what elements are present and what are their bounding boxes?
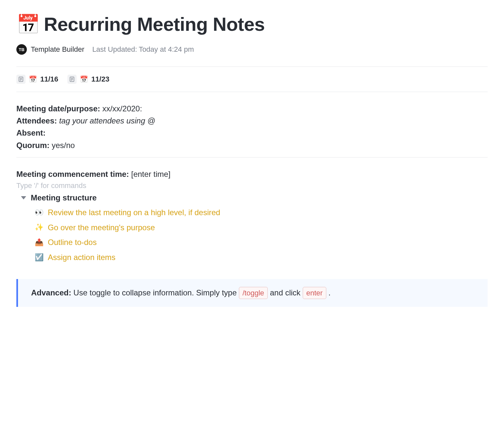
page-title[interactable]: Recurring Meeting Notes [44, 13, 265, 35]
subpage-link[interactable]: 📅 11/23 [67, 75, 109, 84]
sparkles-icon: ✨ [35, 220, 43, 234]
structure-list: 👀 Review the last meeting on a high leve… [35, 205, 488, 265]
last-updated-value: Today at 4:24 pm [139, 45, 194, 53]
quorum-label: Quorum: [16, 141, 49, 150]
author-name[interactable]: Template Builder [31, 45, 84, 54]
commencement-label: Meeting commencement time: [16, 170, 129, 178]
meta-row: TB Template Builder Last Updated: Today … [16, 44, 488, 55]
quorum-value[interactable]: yes/no [52, 141, 75, 150]
toggle-meeting-structure[interactable]: Meeting structure [16, 193, 488, 202]
commencement-section: Meeting commencement time: [enter time] … [16, 158, 488, 307]
last-updated: Last Updated: Today at 4:24 pm [92, 45, 194, 54]
checkbox-icon: ☑️ [35, 251, 43, 264]
structure-link[interactable]: Assign action items [48, 250, 116, 265]
page-icon [16, 75, 26, 84]
absent-label: Absent: [16, 128, 45, 137]
quorum-line[interactable]: Quorum: yes/no [16, 139, 488, 151]
list-item[interactable]: ✨ Go over the meeting's purpose [35, 220, 488, 235]
toggle-title: Meeting structure [31, 193, 97, 202]
kbd-enter: enter [303, 287, 326, 299]
callout-text: Use toggle to collapse information. Simp… [71, 288, 239, 297]
attendees-label: Attendees: [16, 116, 57, 125]
callout-label: Advanced: [31, 288, 71, 297]
subpage-label: 11/16 [40, 75, 58, 84]
attendees-hint[interactable]: tag your attendees using @ [59, 116, 155, 125]
kbd-toggle: /toggle [239, 287, 268, 299]
page-title-row: 📅 Recurring Meeting Notes [16, 13, 488, 35]
subpage-links: 📅 11/16 📅 11/23 [16, 67, 488, 92]
meeting-date-label: Meeting date/purpose: [16, 104, 100, 113]
subpage-link[interactable]: 📅 11/16 [16, 75, 58, 84]
last-updated-label: Last Updated: [92, 45, 137, 53]
commencement-value[interactable]: [enter time] [131, 170, 171, 178]
callout-advanced: Advanced: Use toggle to collapse informa… [16, 279, 488, 307]
list-item[interactable]: ☑️ Assign action items [35, 250, 488, 265]
calendar-icon: 📅 [29, 75, 37, 83]
callout-text: . [326, 288, 331, 297]
structure-link[interactable]: Go over the meeting's purpose [48, 220, 155, 235]
attendees-line[interactable]: Attendees: tag your attendees using @ [16, 115, 488, 127]
outbox-icon: 📤 [35, 235, 43, 249]
page-icon [67, 75, 77, 84]
calendar-icon: 📅 [16, 15, 40, 34]
commencement-line[interactable]: Meeting commencement time: [enter time] [16, 168, 488, 180]
callout-text: and click [268, 288, 303, 297]
absent-line[interactable]: Absent: [16, 127, 488, 139]
eyes-icon: 👀 [35, 206, 43, 219]
structure-link[interactable]: Outline to-dos [48, 235, 97, 250]
slash-command-hint[interactable]: Type '/' for commands [16, 181, 488, 190]
calendar-icon: 📅 [80, 75, 88, 83]
meeting-date-value[interactable]: xx/xx/2020: [102, 104, 142, 113]
subpage-label: 11/23 [91, 75, 109, 84]
info-block[interactable]: Meeting date/purpose: xx/xx/2020: Attend… [16, 92, 488, 157]
list-item[interactable]: 👀 Review the last meeting on a high leve… [35, 205, 488, 220]
list-item[interactable]: 📤 Outline to-dos [35, 235, 488, 250]
meeting-date-line[interactable]: Meeting date/purpose: xx/xx/2020: [16, 103, 488, 115]
avatar[interactable]: TB [16, 44, 27, 55]
structure-link[interactable]: Review the last meeting on a high level,… [48, 205, 220, 220]
chevron-down-icon[interactable] [21, 196, 26, 199]
